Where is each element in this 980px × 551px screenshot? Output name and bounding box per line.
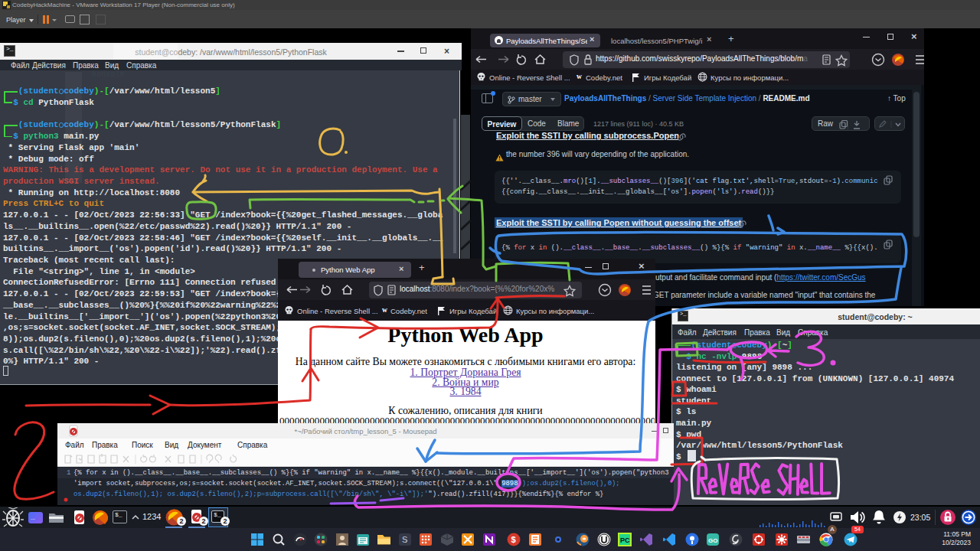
svg-text:PC: PC [620, 536, 630, 544]
svg-text:GO: GO [708, 537, 717, 544]
svg-text:S: S [402, 535, 407, 544]
svg-text:$: $ [511, 535, 516, 544]
